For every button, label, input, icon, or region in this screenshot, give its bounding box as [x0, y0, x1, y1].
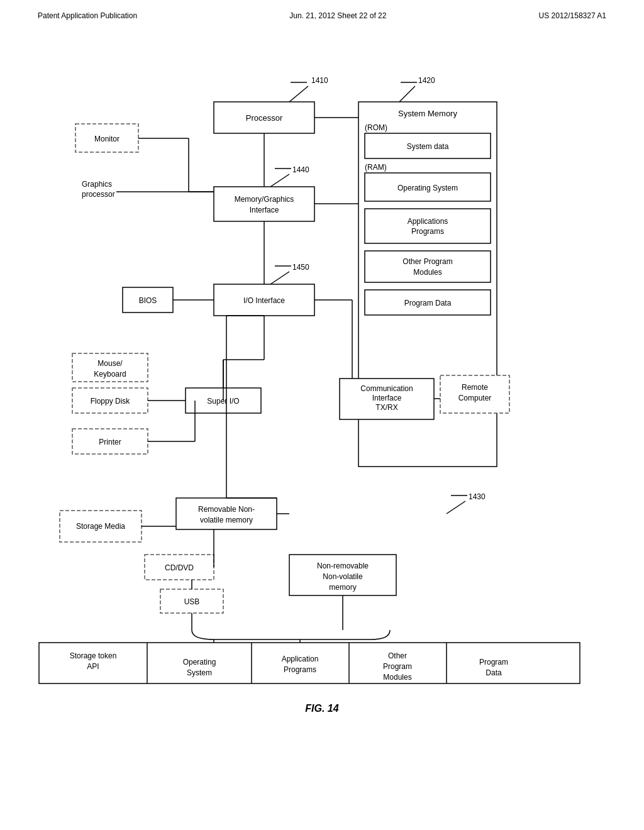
svg-text:(RAM): (RAM) [365, 163, 387, 172]
svg-text:Storage token: Storage token [70, 651, 117, 660]
svg-text:Communication: Communication [360, 384, 413, 393]
svg-rect-28 [365, 251, 491, 282]
svg-text:Floppy Disk: Floppy Disk [91, 397, 131, 406]
svg-text:USB: USB [184, 597, 200, 606]
svg-text:API: API [87, 662, 99, 671]
svg-text:1430: 1430 [469, 492, 486, 501]
svg-text:Modules: Modules [383, 673, 411, 682]
svg-text:Applications: Applications [408, 217, 448, 226]
svg-text:Computer: Computer [458, 394, 492, 402]
page-header: Patent Application Publication Jun. 21, … [0, 0, 644, 26]
svg-text:System: System [187, 668, 212, 677]
svg-text:1410: 1410 [311, 76, 328, 85]
svg-text:Non-removable: Non-removable [317, 562, 369, 570]
svg-text:FIG. 14: FIG. 14 [305, 703, 338, 714]
svg-text:Printer: Printer [99, 438, 121, 446]
svg-line-3 [399, 86, 415, 102]
svg-text:Graphics: Graphics [82, 180, 112, 189]
svg-text:System data: System data [407, 142, 449, 151]
svg-text:Programs: Programs [284, 665, 316, 674]
svg-rect-40 [214, 187, 314, 221]
svg-text:Processor: Processor [246, 113, 283, 123]
svg-text:Interface: Interface [250, 206, 279, 214]
svg-text:Other: Other [388, 651, 407, 660]
svg-rect-25 [365, 209, 491, 243]
svg-text:Storage Media: Storage Media [76, 522, 125, 531]
svg-text:Application: Application [282, 655, 319, 663]
svg-text:BIOS: BIOS [139, 296, 157, 305]
svg-text:1440: 1440 [292, 165, 309, 174]
svg-text:Other Program: Other Program [402, 257, 452, 266]
svg-text:Operating System: Operating System [397, 184, 458, 192]
svg-text:CD/DVD: CD/DVD [165, 563, 194, 572]
svg-rect-62 [176, 498, 277, 529]
svg-text:System Memory: System Memory [398, 109, 457, 118]
svg-text:Remote: Remote [462, 383, 488, 392]
svg-text:Modules: Modules [413, 268, 441, 277]
svg-text:Program: Program [479, 658, 508, 667]
svg-line-12 [447, 501, 465, 514]
svg-text:(ROM): (ROM) [365, 123, 387, 132]
svg-text:Mouse/: Mouse/ [97, 359, 123, 368]
header-left: Patent Application Publication [38, 11, 137, 20]
svg-line-6 [270, 174, 289, 187]
svg-line-9 [270, 272, 289, 284]
diagram-container: 1410 1420 1440 1450 1430 Processor Syste… [0, 26, 644, 787]
svg-text:1450: 1450 [292, 263, 309, 272]
svg-text:Monitor: Monitor [94, 135, 119, 143]
diagram-svg: 1410 1420 1440 1450 1430 Processor Syste… [0, 26, 644, 787]
header-middle: Jun. 21, 2012 Sheet 22 of 22 [289, 11, 386, 20]
svg-text:memory: memory [329, 583, 356, 592]
svg-text:volatile memory: volatile memory [200, 516, 253, 524]
svg-text:Keyboard: Keyboard [94, 370, 126, 379]
svg-text:Programs: Programs [411, 227, 444, 236]
svg-text:Program Data: Program Data [404, 299, 452, 307]
svg-text:Non-volatile: Non-volatile [323, 572, 363, 581]
header-right: US 2012/158327 A1 [539, 11, 606, 20]
svg-text:Interface: Interface [372, 394, 402, 402]
svg-line-0 [289, 86, 308, 102]
svg-text:1420: 1420 [418, 76, 435, 85]
svg-text:Removable Non-: Removable Non- [198, 505, 255, 514]
svg-text:TX/RX: TX/RX [375, 403, 397, 412]
svg-text:Operating: Operating [183, 658, 216, 667]
svg-text:Data: Data [486, 668, 502, 677]
svg-text:Program: Program [383, 662, 412, 671]
svg-text:I/O Interface: I/O Interface [243, 296, 285, 305]
svg-text:Memory/Graphics: Memory/Graphics [235, 195, 294, 204]
svg-text:processor: processor [82, 190, 115, 199]
